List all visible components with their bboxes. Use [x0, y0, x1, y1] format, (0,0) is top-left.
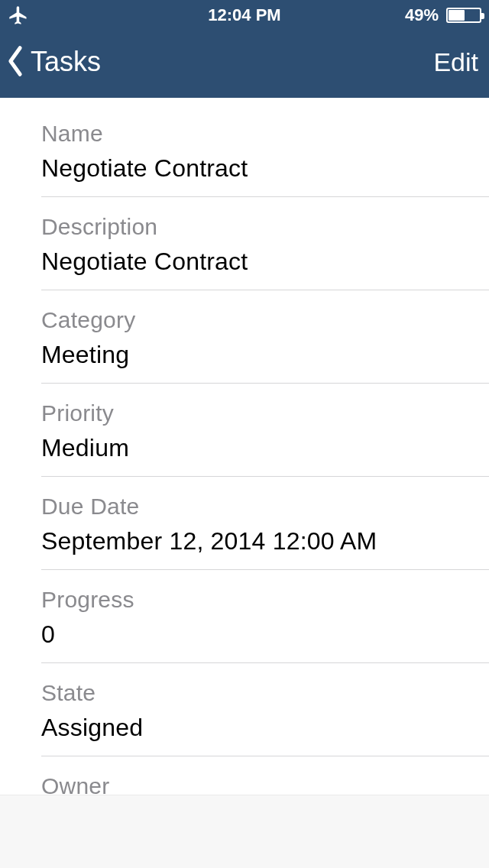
field-label: Progress: [41, 587, 489, 613]
field-label: Owner: [41, 773, 489, 795]
field-label: Category: [41, 307, 489, 333]
field-value: Meeting: [41, 341, 489, 369]
field-value: Assigned: [41, 714, 489, 742]
airplane-mode-icon: [8, 5, 29, 26]
field-due-date: Due Date September 12, 2014 12:00 AM: [41, 477, 489, 570]
battery-icon: [446, 8, 481, 23]
field-priority: Priority Medium: [41, 384, 489, 477]
field-name: Name Negotiate Contract: [41, 98, 489, 197]
field-label: Description: [41, 214, 489, 240]
chevron-left-icon: [6, 45, 28, 79]
edit-button[interactable]: Edit: [433, 47, 478, 77]
status-bar: 12:04 PM 49%: [0, 0, 489, 31]
battery-percent: 49%: [405, 5, 439, 25]
status-time: 12:04 PM: [208, 5, 280, 25]
field-value: Negotiate Contract: [41, 248, 489, 276]
field-label: Due Date: [41, 494, 489, 520]
field-label: State: [41, 680, 489, 706]
nav-bar: Tasks Edit: [0, 31, 489, 98]
field-value: September 12, 2014 12:00 AM: [41, 527, 489, 555]
field-progress: Progress 0: [41, 570, 489, 663]
field-value: Negotiate Contract: [41, 154, 489, 183]
field-label: Priority: [41, 400, 489, 426]
status-left: [8, 5, 29, 26]
field-value: Medium: [41, 434, 489, 462]
status-right: 49%: [405, 5, 481, 25]
task-detail: Name Negotiate Contract Description Nego…: [0, 98, 489, 795]
field-owner: Owner Lisa Jones: [41, 756, 489, 795]
field-value: 0: [41, 620, 489, 649]
back-label: Tasks: [31, 46, 101, 78]
back-button[interactable]: Tasks: [6, 45, 101, 79]
field-category: Category Meeting: [41, 290, 489, 384]
field-label: Name: [41, 121, 489, 147]
field-description: Description Negotiate Contract: [41, 197, 489, 290]
bottom-toolbar: [0, 795, 489, 868]
field-state: State Assigned: [41, 663, 489, 756]
